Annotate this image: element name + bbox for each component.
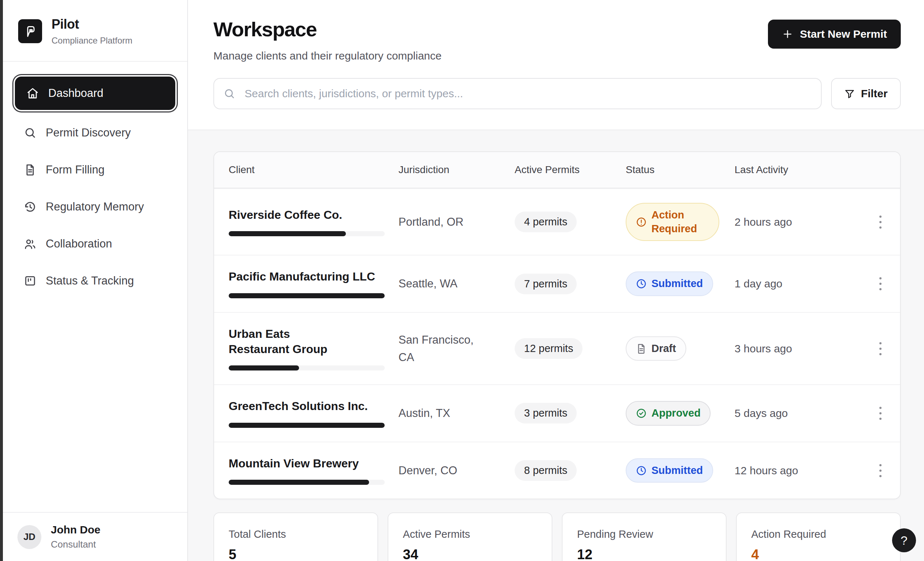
search-input[interactable]: [213, 78, 822, 109]
client-name: GreenTech Solutions Inc.: [229, 399, 399, 414]
client-name: Riverside Coffee Co.: [229, 208, 399, 223]
summary-stats: Total Clients 5 Active Permits 34 Pendin…: [213, 512, 901, 561]
sidebar-item-label: Collaboration: [46, 237, 112, 250]
permits-count-badge: 4 permits: [514, 212, 577, 232]
clock-icon: [636, 465, 647, 476]
stat-value: 5: [229, 547, 363, 561]
brand-text: Pilot Compliance Platform: [51, 17, 132, 46]
status-badge-draft: Draft: [626, 336, 686, 361]
stat-value: 12: [577, 547, 711, 561]
jurisdiction: Denver, CO: [399, 462, 489, 479]
last-activity: 5 days ago: [735, 407, 875, 420]
document-icon: [24, 164, 36, 176]
progress-bar: [229, 480, 385, 485]
draft-document-icon: [636, 343, 647, 354]
client-name: Mountain View Brewery: [229, 456, 399, 471]
table-row[interactable]: Pacific Manufacturing LLC Seattle, WA 7 …: [214, 255, 900, 312]
avatar: JD: [17, 525, 41, 549]
sidebar-item-label: Form Filling: [46, 163, 105, 176]
table-row[interactable]: Urban Eats Restaurant Group San Francisc…: [214, 312, 900, 384]
clock-icon: [636, 278, 647, 289]
pilot-logo-icon: [18, 19, 42, 43]
filter-button[interactable]: Filter: [831, 78, 901, 109]
jurisdiction: Austin, TX: [399, 405, 489, 422]
sidebar-item-form-filling[interactable]: Form Filling: [12, 153, 178, 186]
client-cell: GreenTech Solutions Inc.: [229, 399, 399, 428]
start-new-permit-label: Start New Permit: [800, 28, 887, 40]
client-cell: Mountain View Brewery: [229, 456, 399, 485]
brand-name: Pilot: [51, 17, 132, 32]
permits-count-badge: 12 permits: [514, 338, 582, 359]
stat-card-active-permits: Active Permits 34: [388, 512, 552, 561]
search-icon: [24, 127, 36, 139]
client-cell: Urban Eats Restaurant Group: [229, 327, 399, 370]
row-menu-kebab-icon[interactable]: [875, 340, 885, 357]
table-row[interactable]: GreenTech Solutions Inc. Austin, TX 3 pe…: [214, 384, 900, 442]
search-box: [213, 78, 822, 109]
status-badge-submitted: Submitted: [626, 272, 713, 296]
filter-label: Filter: [861, 87, 887, 100]
column-header-last-activity: Last Activity: [735, 164, 875, 176]
page-title: Workspace: [213, 17, 442, 41]
progress-bar: [229, 293, 385, 298]
plus-icon: [782, 28, 794, 40]
jurisdiction: Seattle, WA: [399, 275, 489, 292]
status-badge-submitted: Submitted: [626, 458, 713, 483]
column-header-client: Client: [229, 164, 399, 176]
column-header-jurisdiction: Jurisdiction: [399, 164, 514, 176]
sidebar-item-dashboard[interactable]: Dashboard: [15, 76, 175, 110]
check-circle-icon: [636, 408, 647, 419]
sidebar-nav: Dashboard Permit Discovery Form Filling …: [3, 62, 187, 512]
sidebar-item-label: Regulatory Memory: [46, 200, 144, 213]
start-new-permit-button[interactable]: Start New Permit: [768, 20, 901, 49]
brand-header: Pilot Compliance Platform: [3, 0, 187, 62]
row-menu-kebab-icon[interactable]: [875, 275, 885, 292]
stat-label: Action Required: [751, 528, 885, 540]
table-row[interactable]: Mountain View Brewery Denver, CO 8 permi…: [214, 442, 900, 499]
user-role: Consultant: [51, 539, 100, 550]
sidebar-item-regulatory-memory[interactable]: Regulatory Memory: [12, 190, 178, 224]
stat-label: Pending Review: [577, 528, 711, 540]
status-badge-action-required: Action Required: [626, 203, 719, 241]
progress-bar: [229, 231, 385, 236]
row-menu-kebab-icon[interactable]: [875, 213, 885, 231]
jurisdiction: Portland, OR: [399, 213, 489, 231]
permits-count-badge: 3 permits: [514, 403, 577, 423]
kanban-board-icon: [24, 275, 36, 287]
sidebar-item-permit-discovery[interactable]: Permit Discovery: [12, 116, 178, 150]
last-activity: 1 day ago: [735, 278, 875, 290]
client-name: Urban Eats Restaurant Group: [229, 327, 348, 357]
sidebar-item-status-tracking[interactable]: Status & Tracking: [12, 264, 178, 297]
users-icon: [24, 238, 36, 250]
stat-label: Total Clients: [229, 528, 363, 540]
progress-bar: [229, 423, 385, 428]
help-button[interactable]: ?: [892, 528, 916, 552]
main-content: Workspace Manage clients and their regul…: [188, 0, 924, 561]
sidebar: Pilot Compliance Platform Dashboard Perm…: [3, 0, 188, 561]
last-activity: 3 hours ago: [735, 342, 875, 355]
row-menu-kebab-icon[interactable]: [875, 462, 885, 479]
page-title-block: Workspace Manage clients and their regul…: [213, 17, 442, 62]
row-menu-kebab-icon[interactable]: [875, 405, 885, 422]
sidebar-item-label: Status & Tracking: [46, 274, 134, 287]
user-info: John Doe Consultant: [51, 524, 100, 550]
client-name: Pacific Manufacturing LLC: [229, 269, 399, 285]
progress-bar: [229, 365, 385, 370]
home-icon: [27, 87, 39, 99]
stat-value: 34: [403, 547, 537, 561]
table-row[interactable]: Riverside Coffee Co. Portland, OR 4 perm…: [214, 188, 900, 255]
permits-count-badge: 8 permits: [514, 460, 577, 481]
table-header-row: Client Jurisdiction Active Permits Statu…: [214, 152, 900, 188]
permits-count-badge: 7 permits: [514, 274, 577, 294]
status-badge-approved: Approved: [626, 401, 711, 426]
last-activity: 12 hours ago: [735, 465, 875, 477]
sidebar-item-collaboration[interactable]: Collaboration: [12, 227, 178, 261]
client-cell: Riverside Coffee Co.: [229, 208, 399, 237]
user-profile[interactable]: JD John Doe Consultant: [3, 512, 187, 561]
alert-circle-icon: [636, 217, 647, 228]
jurisdiction: San Francisco, CA: [399, 331, 489, 366]
funnel-icon: [844, 88, 855, 99]
last-activity: 2 hours ago: [735, 216, 875, 228]
stat-value: 4: [751, 547, 885, 561]
sidebar-item-label: Dashboard: [48, 87, 104, 100]
